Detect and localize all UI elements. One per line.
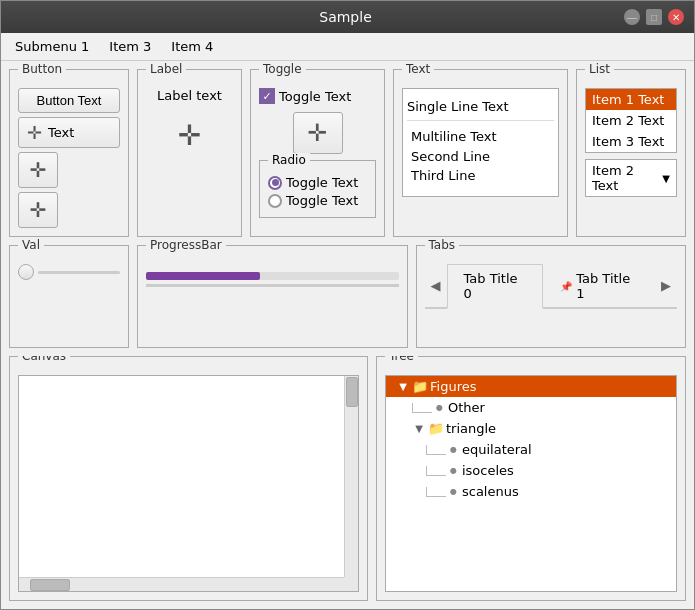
slider-track[interactable] xyxy=(38,271,120,274)
tree-item-equilateral[interactable]: ● equilateral xyxy=(386,439,676,460)
menu-item-submenu1[interactable]: Submenu 1 xyxy=(5,35,99,58)
canvas-area[interactable] xyxy=(18,375,359,592)
tab-0[interactable]: Tab Title 0 xyxy=(447,264,544,309)
expander-figures[interactable]: ▼ xyxy=(396,380,410,394)
list-item-1[interactable]: Item 2 Text xyxy=(586,110,676,131)
tree-label-triangle: triangle xyxy=(446,421,496,436)
tab-0-label: Tab Title 0 xyxy=(464,271,527,301)
tabs-header: ◀ Tab Title 0 📌 Tab Title 1 ▶ xyxy=(425,264,678,309)
dropdown-label: Item 2 Text xyxy=(592,163,662,193)
val-group: Val xyxy=(9,245,129,348)
text-box: Single Line Text Multiline Text Second L… xyxy=(402,88,559,197)
tabs-group: Tabs ◀ Tab Title 0 📌 Tab Title 1 ▶ xyxy=(416,245,687,348)
multi-line-1: Multiline Text xyxy=(411,127,550,147)
minimize-button[interactable]: — xyxy=(624,9,640,25)
tree-item-other[interactable]: ● Other xyxy=(386,397,676,418)
progress-bar-container xyxy=(146,272,399,280)
progress-bar-fill xyxy=(146,272,260,280)
toggle-button[interactable]: ✛ xyxy=(293,112,343,154)
icon-button-2[interactable]: ✛ xyxy=(18,192,58,228)
checkbox-row[interactable]: ✓ Toggle Text xyxy=(259,88,376,104)
tree-label-scalenus: scalenus xyxy=(462,484,519,499)
tab-1[interactable]: 📌 Tab Title 1 xyxy=(543,264,655,307)
dropdown-arrow-icon: ▼ xyxy=(662,173,670,184)
crosshair-icon-1: ✛ xyxy=(30,158,47,182)
folder-icon-triangle: 📁 xyxy=(428,421,444,436)
single-line-value: Single Line Text xyxy=(407,99,509,114)
label-icon: ✛ xyxy=(178,119,201,152)
checkbox-label: Toggle Text xyxy=(279,89,351,104)
dot-icon-equilateral: ● xyxy=(450,445,457,454)
canvas-scrollbar-corner xyxy=(344,577,358,591)
icon-text-label: Text xyxy=(48,125,74,140)
menu-item-item3[interactable]: Item 3 xyxy=(99,35,161,58)
tree-line-other xyxy=(412,403,432,413)
radio-group: Radio Toggle Text Toggle Text xyxy=(259,160,376,218)
expander-triangle[interactable]: ▼ xyxy=(412,422,426,436)
tree-line-scalenus xyxy=(426,487,446,497)
tab-next-arrow[interactable]: ▶ xyxy=(655,274,677,297)
progress-group: ProgressBar xyxy=(137,245,408,348)
menubar: Submenu 1 Item 3 Item 4 xyxy=(1,33,694,61)
list-group: List Item 1 Text Item 2 Text Item 3 Text… xyxy=(576,69,686,237)
tab-content xyxy=(425,309,678,339)
radio-label-2: Toggle Text xyxy=(286,193,358,208)
tab-prev-arrow[interactable]: ◀ xyxy=(425,274,447,297)
tab-pin-icon: 📌 xyxy=(560,281,572,292)
list-group-title: List xyxy=(585,62,614,76)
top-row: Button Button Text ✛ Text ✛ ✛ xyxy=(9,69,686,237)
list-dropdown[interactable]: Item 2 Text ▼ xyxy=(585,159,677,197)
menu-item-item4[interactable]: Item 4 xyxy=(161,35,223,58)
mid-row: Val ProgressBar Tabs ◀ xyxy=(9,245,686,348)
button-group-inner: Button Text ✛ Text ✛ ✛ xyxy=(18,88,120,228)
canvas-group-title: Canvas xyxy=(18,356,70,363)
label-group: Label Label text ✛ xyxy=(137,69,242,237)
content-area: Button Button Text ✛ Text ✛ ✛ xyxy=(1,61,694,609)
crosshair-icon-2: ✛ xyxy=(30,198,47,222)
dot-icon-scalenus: ● xyxy=(450,487,457,496)
canvas-scrollbar-h[interactable] xyxy=(19,577,344,591)
multi-line-3: Third Line xyxy=(411,166,550,186)
icon-button-row: ✛ xyxy=(18,152,120,188)
radio-label-1: Toggle Text xyxy=(286,175,358,190)
icon-text-button[interactable]: ✛ Text xyxy=(18,117,120,148)
close-button[interactable]: ✕ xyxy=(668,9,684,25)
dot-icon-isoceles: ● xyxy=(450,466,457,475)
maximize-button[interactable]: □ xyxy=(646,9,662,25)
canvas-vscroll-thumb[interactable] xyxy=(346,377,358,407)
list-item-1-label: Item 2 Text xyxy=(592,113,664,128)
toggle-group: Toggle ✓ Toggle Text ✛ Radio xyxy=(250,69,385,237)
checkbox-input[interactable]: ✓ xyxy=(259,88,275,104)
tree-item-triangle[interactable]: ▼ 📁 triangle xyxy=(386,418,676,439)
label-group-title: Label xyxy=(146,62,186,76)
toggle-section: ✓ Toggle Text ✛ xyxy=(259,88,376,154)
list-item-0[interactable]: Item 1 Text xyxy=(586,89,676,110)
dot-icon-other: ● xyxy=(436,403,443,412)
canvas-group: Canvas xyxy=(9,356,368,601)
canvas-hscroll-thumb[interactable] xyxy=(30,579,70,591)
tree-item-scalenus[interactable]: ● scalenus xyxy=(386,481,676,502)
label-text: Label text xyxy=(157,88,222,103)
multi-line-text: Multiline Text Second Line Third Line xyxy=(407,121,554,192)
list-box: Item 1 Text Item 2 Text Item 3 Text xyxy=(585,88,677,153)
text-group-title: Text xyxy=(402,62,434,76)
window-title: Sample xyxy=(67,9,624,25)
main-button[interactable]: Button Text xyxy=(18,88,120,113)
slider-thumb[interactable] xyxy=(18,264,34,280)
list-item-2[interactable]: Item 3 Text xyxy=(586,131,676,152)
single-line-text: Single Line Text xyxy=(407,93,554,121)
tree-item-figures[interactable]: ▼ 📁 Figures xyxy=(386,376,676,397)
tree-box: ▼ 📁 Figures ● Other xyxy=(385,375,677,592)
crosshair-icon: ✛ xyxy=(27,122,42,143)
radio-row-2[interactable]: Toggle Text xyxy=(268,193,367,208)
icon-button-1[interactable]: ✛ xyxy=(18,152,58,188)
tree-label-equilateral: equilateral xyxy=(462,442,532,457)
titlebar-controls: — □ ✕ xyxy=(624,9,684,25)
progress-track xyxy=(146,284,399,287)
toggle-btn-icon: ✛ xyxy=(307,119,327,147)
radio-button-1[interactable] xyxy=(268,176,282,190)
radio-row-1[interactable]: Toggle Text xyxy=(268,175,367,190)
radio-button-2[interactable] xyxy=(268,194,282,208)
canvas-scrollbar-v[interactable] xyxy=(344,376,358,577)
tree-item-isoceles[interactable]: ● isoceles xyxy=(386,460,676,481)
